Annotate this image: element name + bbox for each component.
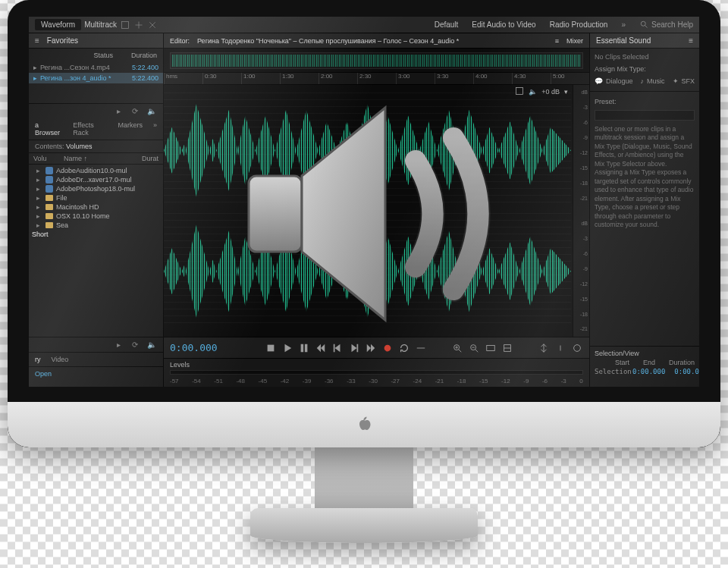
- chevron-right-icon: ▸: [36, 167, 42, 174]
- favorites-title[interactable]: Favorites: [47, 36, 78, 45]
- tree-row[interactable]: ▸Macintosh HD: [29, 202, 163, 212]
- file-tree[interactable]: ▸AdobeAudition10.0-mul ▸AdobeDr...xaver1…: [29, 165, 163, 337]
- col-name[interactable]: Name ↑: [64, 155, 142, 162]
- play-button[interactable]: [281, 342, 293, 354]
- zoom-out-icon[interactable]: [468, 342, 480, 354]
- history-open[interactable]: Open: [29, 367, 163, 381]
- svg-rect-5: [305, 344, 308, 352]
- mode-waveform[interactable]: Waveform: [35, 19, 81, 30]
- waveform-overview[interactable]: [164, 49, 589, 73]
- skip-back-button[interactable]: [315, 342, 327, 354]
- tab-markers[interactable]: Markers: [118, 121, 143, 137]
- svg-rect-11: [487, 345, 495, 350]
- selview-end[interactable]: 0:00.000: [674, 368, 699, 375]
- toolbar-icon-2[interactable]: [133, 20, 144, 30]
- media-browser-panel: a Browser Effects Rack Markers » Content…: [29, 118, 163, 352]
- browser-vol-icon[interactable]: 🔈: [146, 340, 157, 350]
- skip-silence-button[interactable]: [415, 342, 427, 354]
- tree-label: Sea: [56, 221, 68, 229]
- panel-menu-icon[interactable]: ≡: [689, 36, 693, 45]
- ruler-tick: 0:30: [202, 73, 241, 84]
- chevron-right-icon: ▸: [36, 221, 42, 229]
- tree-row[interactable]: ▸File: [29, 193, 163, 202]
- record-button[interactable]: [381, 342, 394, 354]
- selview-col-dur: Duration: [669, 359, 695, 366]
- waveform-display[interactable]: 🔈 +0 dB ▾ dB-3-6-9-12-15-18-21dB-3-6-9-1…: [164, 85, 589, 337]
- clip-icon: ▸: [33, 64, 37, 71]
- tree-row[interactable]: ▸AdobePhotoshop18.0-mul: [29, 184, 163, 193]
- db-scale: dB-3-6-9-12-15-18-21dB-3-6-9-12-15-18-21: [573, 85, 589, 337]
- selview-col-end: End: [643, 359, 655, 366]
- favorites-item[interactable]: ▸ Регина ...Сезон 4.mp4 5:22.400: [29, 62, 163, 73]
- workspace-more-icon[interactable]: »: [621, 20, 626, 29]
- zoom-v-out-icon[interactable]: [554, 342, 566, 354]
- tree-row[interactable]: ▸AdobeAudition10.0-mul: [29, 166, 163, 175]
- monitor-chin: [8, 402, 720, 447]
- fav-loop-icon[interactable]: ⟳: [130, 106, 140, 117]
- essential-sound-title[interactable]: Essential Sound: [596, 36, 651, 45]
- fav-play-icon[interactable]: ▸: [113, 106, 124, 117]
- contents-value[interactable]: Volumes: [66, 143, 93, 150]
- tree-row[interactable]: ▸AdobeDr...xaver17.0-mul: [29, 175, 163, 184]
- tree-row[interactable]: ▸Sea: [29, 221, 163, 230]
- toolbar-icon-3[interactable]: [147, 20, 158, 30]
- tree-row[interactable]: ▸OSX 10.10 Home: [29, 212, 163, 221]
- tab-mixer[interactable]: Mixer: [566, 37, 583, 45]
- clip-icon: ▸: [33, 74, 37, 82]
- ess-preset-dropdown[interactable]: [595, 110, 695, 121]
- browser-play-icon[interactable]: ▸: [113, 340, 124, 350]
- forward-button[interactable]: [348, 342, 360, 354]
- favorites-item[interactable]: ▸ Регина ...зон 4_audio * 5:22.400: [29, 73, 163, 83]
- svg-point-8: [384, 344, 391, 351]
- chip-music[interactable]: ♪Music: [641, 77, 665, 85]
- tab-effects-rack[interactable]: Effects Rack: [73, 121, 107, 137]
- pause-button[interactable]: [298, 342, 310, 354]
- tree-shortcuts[interactable]: Short: [29, 230, 163, 239]
- left-column: ≡ Favorites Status Duration ▸ Регина ...…: [29, 33, 164, 387]
- tab-history[interactable]: ry: [35, 356, 41, 363]
- tab-video[interactable]: Video: [52, 356, 69, 363]
- folder-icon: [46, 213, 53, 219]
- stop-button[interactable]: [265, 342, 277, 354]
- zoom-v-in-icon[interactable]: [538, 342, 550, 354]
- panel-menu-icon[interactable]: ≡: [35, 36, 39, 45]
- right-column: Essential Sound ≡ No Clips Selected Assi…: [589, 33, 699, 387]
- col-volume[interactable]: Volu: [33, 155, 64, 162]
- browser-loop-icon[interactable]: ⟳: [130, 340, 140, 350]
- loop-button[interactable]: [398, 342, 410, 354]
- fav-col-duration: Duration: [131, 52, 157, 59]
- chevron-right-icon: ▸: [36, 203, 42, 211]
- col-duration[interactable]: Durat: [142, 155, 158, 162]
- zoom-reset-icon[interactable]: [571, 342, 583, 354]
- favorites-panel: ≡ Favorites Status Duration ▸ Регина ...…: [29, 33, 163, 118]
- toolbar-icon-1[interactable]: [120, 20, 130, 30]
- editor-label: Editor:: [170, 37, 190, 45]
- mode-multitrack[interactable]: Multitrack: [84, 20, 117, 29]
- tab-more-icon[interactable]: »: [153, 121, 157, 137]
- zoom-sel-icon[interactable]: [501, 342, 513, 354]
- rewind-button[interactable]: [331, 342, 344, 354]
- ruler-tick: 2:30: [357, 73, 396, 84]
- zoom-full-icon[interactable]: [485, 342, 497, 354]
- svg-rect-7: [356, 344, 358, 352]
- panel-menu-icon[interactable]: ≡: [555, 37, 559, 45]
- zoom-in-icon[interactable]: [451, 342, 463, 354]
- ruler-tick: 3:30: [435, 73, 473, 84]
- selview-start[interactable]: 0:00.000: [632, 368, 665, 375]
- timecode[interactable]: 0:00.000: [170, 342, 218, 353]
- search-help[interactable]: Search Help: [651, 20, 693, 29]
- overview-track[interactable]: [170, 52, 583, 69]
- workspace-edit-audio[interactable]: Edit Audio to Video: [472, 20, 535, 29]
- ruler-tick: 4:00: [473, 73, 512, 84]
- tab-media-browser[interactable]: a Browser: [35, 121, 62, 137]
- time-ruler[interactable]: hms 0:30 1:00 1:30 2:00 2:30 3:00 3:30 4…: [164, 73, 589, 85]
- skip-fwd-button[interactable]: [365, 342, 377, 354]
- ess-preset-label: Preset:: [595, 98, 695, 105]
- fav-col-status: Status: [93, 52, 113, 59]
- chip-sfx[interactable]: ✦SFX: [673, 77, 695, 85]
- chip-dialogue[interactable]: 💬Dialogue: [595, 77, 633, 85]
- svg-point-13: [574, 344, 581, 351]
- workspace-radio[interactable]: Radio Production: [550, 20, 608, 29]
- fav-vol-icon[interactable]: 🔈: [146, 106, 157, 117]
- workspace-default[interactable]: Default: [435, 20, 459, 29]
